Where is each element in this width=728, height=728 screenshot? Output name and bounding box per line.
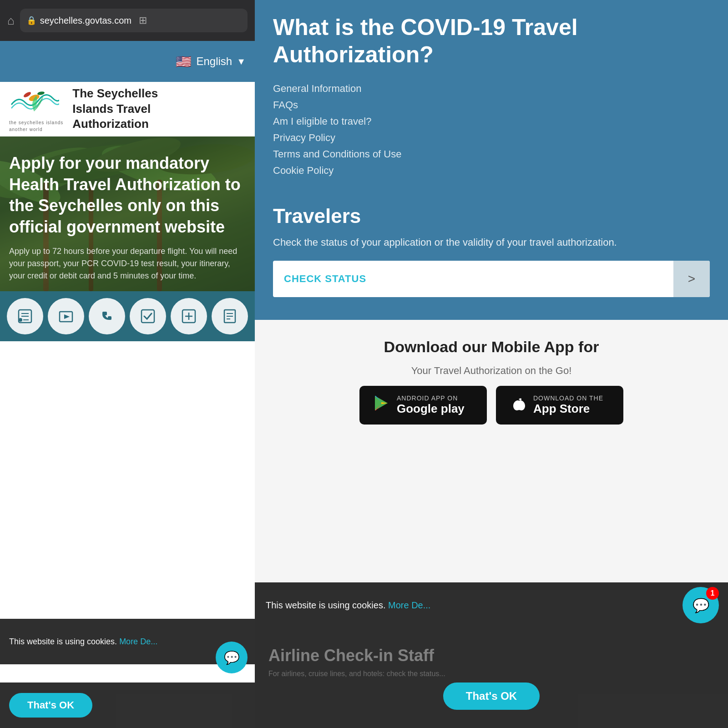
download-title: Download our Mobile App for bbox=[273, 338, 710, 356]
apple-icon bbox=[509, 394, 527, 416]
covid-title: What is the COVID-19 Travel Authorizatio… bbox=[273, 14, 710, 68]
hero-title: Apply for your mandatory Health Travel A… bbox=[9, 153, 246, 238]
check-status-arrow[interactable]: > bbox=[673, 261, 710, 297]
airline-staff-title: Airline Check-in Staff bbox=[268, 646, 434, 665]
google-play-top: ANDROID APP ON bbox=[397, 394, 465, 402]
browser-bar: ⌂ 🔒 seychelles.govtas.com ⊞ bbox=[0, 0, 255, 41]
google-play-button[interactable]: ANDROID APP ON Google play bbox=[359, 386, 487, 425]
app-store-button[interactable]: Download on the App Store bbox=[496, 386, 623, 425]
chat-bubble-left[interactable]: 💬 bbox=[216, 642, 248, 673]
site-title-block: The Seychelles Islands Travel Authorizat… bbox=[72, 86, 158, 132]
site-title: The Seychelles Islands Travel Authorizat… bbox=[72, 86, 158, 132]
nav-icon-5[interactable] bbox=[171, 298, 207, 334]
seychelles-logo: the seychelles islands another world bbox=[9, 86, 63, 132]
language-label[interactable]: English bbox=[196, 55, 232, 68]
download-subtitle: Your Travel Authorization on the Go! bbox=[273, 365, 710, 377]
travelers-title: Travelers bbox=[273, 205, 710, 228]
nav-icon-2[interactable] bbox=[48, 298, 84, 334]
icons-row bbox=[0, 291, 255, 341]
nav-item-eligible[interactable]: Am I eligible to travel? bbox=[273, 115, 710, 128]
app-store-top: Download on the bbox=[533, 394, 603, 402]
check-status-label[interactable]: CHECK STATUS bbox=[273, 273, 673, 285]
lock-icon: 🔒 bbox=[26, 15, 36, 25]
google-play-icon bbox=[372, 394, 390, 416]
cookie-text-left: This website is using cookies. More De..… bbox=[9, 637, 246, 647]
flag-icon: 🇺🇸 bbox=[176, 54, 192, 69]
nav-icon-4[interactable] bbox=[130, 298, 166, 334]
more-details-link-left[interactable]: More De... bbox=[119, 637, 157, 646]
cookie-bar-right: This website is using cookies. More De..… bbox=[255, 582, 728, 628]
hero-subtitle: Apply up to 72 hours before your departu… bbox=[9, 245, 246, 282]
app-store-text: Download on the App Store bbox=[533, 394, 603, 416]
svg-point-2 bbox=[37, 91, 45, 96]
right-nav: What is the COVID-19 Travel Authorizatio… bbox=[255, 0, 728, 196]
app-store-bottom: App Store bbox=[533, 402, 603, 416]
thatsok-bar-left: That's OK bbox=[0, 682, 255, 728]
nav-item-privacy[interactable]: Privacy Policy bbox=[273, 131, 710, 145]
nav-item-general[interactable]: General Information bbox=[273, 82, 710, 96]
address-bar[interactable]: 🔒 seychelles.govtas.com ⊞ bbox=[20, 9, 248, 32]
travelers-desc: Check the status of your application or … bbox=[273, 235, 710, 250]
more-details-link-right[interactable]: More De... bbox=[388, 600, 430, 610]
hero-image: Apply for your mandatory Health Travel A… bbox=[0, 136, 255, 291]
nav-icon-6[interactable] bbox=[212, 298, 248, 334]
svg-point-16 bbox=[19, 318, 22, 322]
thatsok-button-left[interactable]: That's OK bbox=[9, 693, 92, 718]
nav-item-terms[interactable]: Terms and Conditions of Use bbox=[273, 147, 710, 161]
tagline-text: another world bbox=[9, 127, 43, 132]
check-status-row: CHECK STATUS > bbox=[273, 261, 710, 297]
cookie-text-right: This website is using cookies. More De..… bbox=[266, 600, 717, 611]
left-panel: ⌂ 🔒 seychelles.govtas.com ⊞ 🇺🇸 English ▼ bbox=[0, 0, 255, 728]
nav-item-cookie[interactable]: Cookie Policy bbox=[273, 164, 710, 177]
right-panel: What is the COVID-19 Travel Authorizatio… bbox=[255, 0, 728, 728]
home-icon[interactable]: ⌂ bbox=[7, 14, 15, 28]
nav-menu: General Information FAQs Am I eligible t… bbox=[273, 82, 710, 177]
language-bar: 🇺🇸 English ▼ bbox=[0, 41, 255, 82]
google-play-text: ANDROID APP ON Google play bbox=[397, 394, 465, 416]
hero-content: Apply for your mandatory Health Travel A… bbox=[9, 153, 246, 282]
nav-icon-3[interactable] bbox=[89, 298, 125, 334]
travelers-section: Travelers Check the status of your appli… bbox=[255, 196, 728, 320]
nav-icon-1[interactable] bbox=[7, 298, 43, 334]
thatsok-bar-right: Airline Check-in Staff For airlines, cru… bbox=[255, 628, 728, 728]
chat-bubble-right[interactable]: 💬 1 bbox=[682, 587, 719, 623]
thatsok-button-right[interactable]: That's OK bbox=[443, 682, 540, 710]
nav-item-faqs[interactable]: FAQs bbox=[273, 98, 710, 112]
svg-rect-20 bbox=[142, 310, 154, 323]
app-buttons-row: ANDROID APP ON Google play Download on t… bbox=[273, 386, 710, 425]
chevron-down-icon[interactable]: ▼ bbox=[237, 56, 246, 67]
chat-badge: 1 bbox=[706, 587, 719, 600]
svg-marker-19 bbox=[64, 314, 70, 319]
brand-text: the seychelles islands bbox=[9, 120, 63, 125]
logo-svg bbox=[9, 86, 59, 118]
tab-icon[interactable]: ⊞ bbox=[139, 15, 147, 26]
google-play-bottom: Google play bbox=[397, 402, 465, 416]
url-text: seychelles.govtas.com bbox=[40, 15, 131, 26]
logo-area: the seychelles islands another world The… bbox=[0, 82, 255, 136]
airline-staff-desc: For airlines, cruise lines, and hotels: … bbox=[268, 670, 445, 678]
